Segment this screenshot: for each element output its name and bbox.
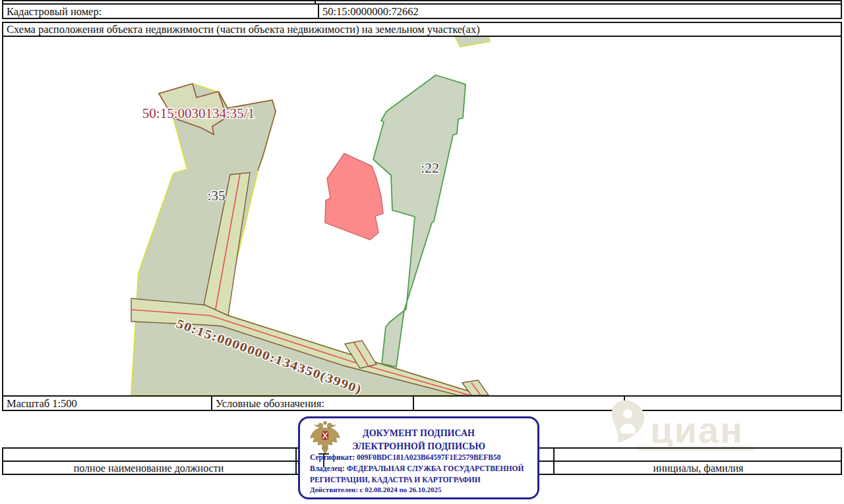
footer-empty-cell-1 bbox=[414, 397, 625, 410]
cadastral-number-row: Кадастровый номер: 50:15:0000000:72662 bbox=[2, 3, 842, 19]
position-caption: полное наименование должности bbox=[2, 462, 295, 474]
parcel-22-shape bbox=[373, 75, 466, 367]
stamp-validity: Действителен: с 02.08.2024 по 26.10.2025 bbox=[310, 486, 442, 493]
parcel-sliver-top bbox=[454, 37, 490, 47]
parcel-map-svg: 50:15:0030134:35/1 :35 :22 50:15:0000000… bbox=[3, 37, 842, 395]
cadastral-document-page: { "top_table": { "label": "Кадастровый н… bbox=[0, 0, 844, 504]
signature-table-divider-left bbox=[295, 447, 297, 475]
label-parcel-22: :22 bbox=[421, 159, 439, 176]
stamp-certificate: Сертификат: 009F0BDC181A023B64597F1E2579… bbox=[310, 453, 500, 461]
label-parcel-35: :35 bbox=[208, 188, 226, 204]
stamp-owner-line1: Владелец: ФЕДЕРАЛЬНАЯ СЛУЖБА ГОСУДАРСТВЕ… bbox=[310, 464, 524, 472]
scheme-title: Схема расположения объекта недвижимости … bbox=[3, 23, 841, 37]
e-signature-stamp: ДОКУМЕНТ ПОДПИСАН ЭЛЕКТРОННОЙ ПОДПИСЬЮ С… bbox=[298, 416, 539, 499]
stamp-title-line1: ДОКУМЕНТ ПОДПИСАН bbox=[300, 428, 537, 439]
label-parcel-35-1: 50:15:0030134:35/1 bbox=[142, 105, 255, 121]
parcel-map: 50:15:0030134:35/1 :35 :22 50:15:0000000… bbox=[3, 37, 841, 395]
cian-watermark-text: циан bbox=[650, 408, 744, 451]
stamp-owner-line2: РЕГИСТРАЦИИ, КАДАСТРА И КАРТОГРАФИИ bbox=[310, 476, 481, 484]
stamp-title-line2: ЭЛЕКТРОННОЙ ПОДПИСЬЮ bbox=[300, 441, 537, 452]
cadastral-number-label: Кадастровый номер: bbox=[3, 5, 319, 18]
building-shape bbox=[325, 154, 383, 240]
top-row-remnant-line bbox=[2, 0, 842, 1]
cian-pin-icon bbox=[608, 399, 649, 444]
scale-label: Масштаб 1:500 bbox=[3, 397, 212, 410]
scheme-box: Схема расположения объекта недвижимости … bbox=[2, 22, 842, 411]
cadastral-number-value: 50:15:0000000:72662 bbox=[319, 5, 841, 18]
name-caption: инициалы, фамилия bbox=[555, 462, 842, 474]
legend-label: Условные обозначения: bbox=[212, 397, 414, 410]
